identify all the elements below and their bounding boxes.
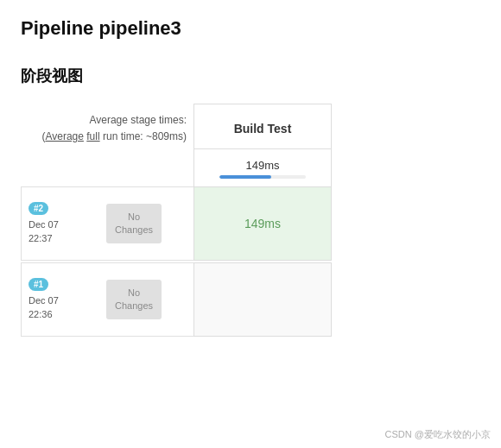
page-title: Pipeline pipeline3: [21, 17, 480, 40]
run-1-info: #1 Dec 07 22:36: [29, 278, 98, 321]
avg-label-area: Average stage times: (Average full run t…: [21, 104, 193, 148]
watermark: CSDN @爱吃水饺的小京: [385, 428, 491, 441]
run-row-1[interactable]: #1 Dec 07 22:36 NoChanges: [21, 262, 193, 337]
run-1-stage-cell[interactable]: [193, 262, 332, 337]
run-row-2-wrapper: #2 Dec 07 22:37 NoChanges 149ms: [21, 186, 480, 262]
run-row-1-wrapper: #1 Dec 07 22:36 NoChanges: [21, 262, 480, 338]
run-1-no-changes: NoChanges: [106, 280, 162, 320]
run-row-2[interactable]: #2 Dec 07 22:37 NoChanges: [21, 186, 193, 261]
section-title: 阶段视图: [21, 66, 480, 86]
progress-bar: [219, 175, 306, 179]
run-2-no-changes: NoChanges: [106, 204, 162, 244]
stage-column: Build Test 149ms: [193, 104, 332, 186]
run-1-date: Dec 07 22:36: [29, 294, 59, 321]
stage-header: Build Test: [193, 104, 332, 148]
left-spacer: Average stage times: (Average full run t…: [21, 104, 193, 148]
avg-stage-label: Average stage times:: [41, 112, 187, 129]
run-2-date: Dec 07 22:37: [29, 218, 59, 245]
run-2-stage-cell[interactable]: 149ms: [193, 186, 332, 261]
pipeline-view: Average stage times: (Average full run t…: [21, 104, 480, 338]
avg-time-value: 149ms: [245, 159, 279, 172]
avg-run-label: (Average full run time: ~809ms): [41, 129, 187, 145]
progress-bar-fill: [219, 175, 271, 179]
run-2-info: #2 Dec 07 22:37: [29, 202, 98, 245]
run-1-badge: #1: [29, 278, 48, 291]
run-2-badge: #2: [29, 202, 48, 215]
header-area: Average stage times: (Average full run t…: [21, 104, 480, 186]
run-2-cell-time: 149ms: [244, 217, 281, 230]
stage-name: Build Test: [234, 122, 292, 136]
avg-time-row: 149ms: [193, 148, 332, 186]
